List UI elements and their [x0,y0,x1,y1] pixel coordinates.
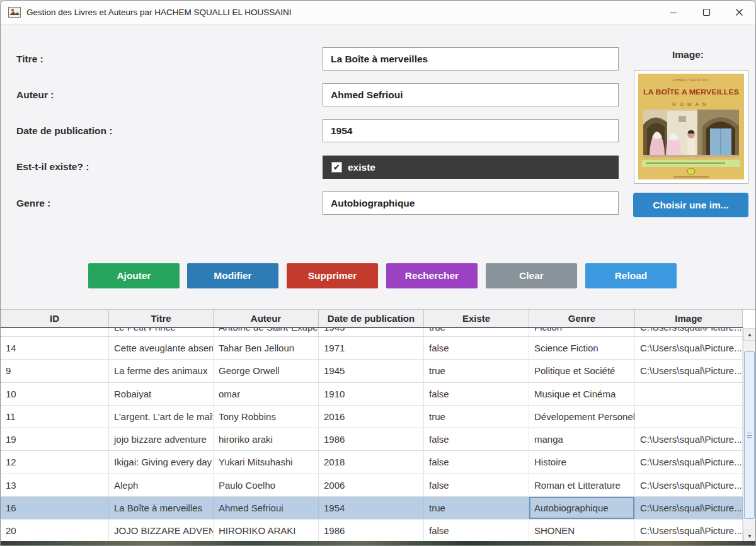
titre-input[interactable] [323,47,619,71]
cell-auteur[interactable]: hiroriko araki [214,428,319,450]
reload-button[interactable]: Reload [585,263,677,288]
column-header-titre[interactable]: Titre [109,310,214,327]
cell-image[interactable]: C:\Users\squal\Picture... [635,451,743,473]
cell-date[interactable]: 1971 [319,337,424,359]
cell-titre[interactable]: Ikigai: Giving every day ... [109,451,214,473]
column-header-id[interactable]: ID [1,310,109,327]
cell-existe[interactable]: false [424,428,529,450]
cell-genre[interactable]: Politique et Société [529,360,635,382]
cell-date[interactable]: 1986 [319,520,424,542]
cell-date[interactable]: 1954 [319,497,424,519]
cell-auteur[interactable]: Paulo Coelho [214,474,319,496]
table-row-selected[interactable]: 16 La Boîte à merveilles Ahmed Sefrioui … [1,497,743,520]
column-header-existe[interactable]: Existe [424,310,529,327]
cell-existe[interactable]: false [424,383,529,405]
cell-id[interactable]: 12 [1,451,109,473]
scroll-up-button[interactable]: ▲ [743,328,756,341]
table-row[interactable]: 14 Cette aveuglante absen... Tahar Ben J… [1,337,743,360]
cell-existe[interactable]: false [424,337,529,359]
cell-genre[interactable]: Musique et Cinéma [529,383,635,405]
cell-id[interactable]: 13 [1,474,109,496]
scroll-down-button[interactable]: ▼ [743,530,756,542]
cell-genre-focused[interactable]: Autobiographique [529,497,635,519]
cell-date[interactable]: 2018 [319,451,424,473]
cell-existe[interactable]: true [424,360,529,382]
cell-auteur[interactable]: HIRORIKO ARAKI [214,520,319,542]
date-input[interactable] [323,119,619,142]
clear-button[interactable]: Clear [486,263,577,288]
cell-image[interactable]: C:\Users\squal\Picture... [635,520,743,542]
cell-date[interactable]: 2006 [319,474,424,496]
table-row-clipped[interactable]: Le Petit Prince Antoine de Saint-Exupé..… [1,328,743,337]
cell-existe[interactable]: false [424,451,529,473]
cell-image[interactable]: C:\Users\squal\Picture... [635,428,743,450]
cell-genre[interactable]: Science Fiction [529,337,635,359]
cell-existe[interactable]: false [424,474,529,496]
table-row[interactable]: 9 La ferme des animaux George Orwell 194… [1,360,743,382]
cell-titre[interactable]: JOJO BIZZARE ADVEN... [109,520,214,542]
cell-genre[interactable]: SHONEN [529,520,635,542]
titre-label: Titre : [16,54,43,65]
table-row[interactable]: 12 Ikigai: Giving every day ... Yukari M… [1,451,743,474]
cell-genre[interactable]: Histoire [529,451,635,473]
supprimer-button[interactable]: Supprimer [287,263,378,288]
cell-titre[interactable]: Robaiyat [109,383,214,405]
cell-genre[interactable]: manga [529,428,635,450]
cell-existe[interactable]: true [424,406,529,428]
cell-id[interactable]: 16 [1,497,109,519]
genre-input[interactable] [323,191,619,215]
cell-existe[interactable]: true [424,497,529,519]
column-header-date[interactable]: Date de publication [319,310,424,327]
cell-auteur[interactable]: omar [214,383,319,405]
cell-image[interactable] [635,406,743,428]
column-header-auteur[interactable]: Auteur [214,310,319,327]
cell-titre[interactable]: jojo bizzare adventure [109,428,214,450]
close-button[interactable] [723,1,755,24]
table-row[interactable]: 19 jojo bizzare adventure hiroriko araki… [1,428,743,451]
rechercher-button[interactable]: Rechercher [386,263,478,288]
cell-auteur[interactable]: Tahar Ben Jelloun [214,337,319,359]
cell-id[interactable]: 19 [1,428,109,450]
maximize-button[interactable] [690,1,723,24]
table-row[interactable]: 11 L’argent. L’art de le maît. Tony Robb… [1,406,743,428]
table-row[interactable]: 13 Aleph Paulo Coelho 2006 false Roman e… [1,474,743,497]
cell-image[interactable]: C:\Users\squal\Picture... [635,474,743,496]
cell-id[interactable]: 11 [1,406,109,428]
cell-existe[interactable]: false [424,520,529,542]
cell-auteur[interactable]: Yukari Mitsuhashi [214,451,319,473]
cell-titre[interactable]: La Boîte à merveilles [109,497,214,519]
cell-titre[interactable]: Cette aveuglante absen... [109,337,214,359]
modifier-button[interactable]: Modifier [187,263,278,288]
column-header-genre[interactable]: Genre [529,310,635,327]
choose-image-button[interactable]: Choisir une im... [633,193,748,217]
cell-id[interactable]: 14 [1,337,109,359]
auteur-input[interactable] [323,83,619,106]
cell-image[interactable]: C:\Users\squal\Picture... [635,360,743,382]
table-vertical-scrollbar[interactable]: ▲ ▼ [743,328,756,542]
cell-image[interactable]: C:\Users\squal\Picture... [635,497,743,519]
cell-date[interactable]: 1986 [319,428,424,450]
cell-genre[interactable]: Roman et Litterature [529,474,635,496]
table-row[interactable]: 10 Robaiyat omar 1910 false Musique et C… [1,383,743,406]
cell-auteur[interactable]: George Orwell [214,360,319,382]
cell-date[interactable]: 1945 [319,360,424,382]
minimize-button[interactable] [657,1,690,24]
cell-id[interactable]: 9 [1,360,109,382]
cell-id[interactable]: 20 [1,520,109,542]
cell-genre[interactable]: Dévelopement Personel [529,406,635,428]
cell-auteur[interactable]: Tony Robbins [214,406,319,428]
cell-date[interactable]: 2016 [319,406,424,428]
column-header-image[interactable]: Image [635,310,743,327]
scrollbar-thumb[interactable] [744,351,755,519]
cell-image[interactable] [635,383,743,405]
table-row[interactable]: 20 JOJO BIZZARE ADVEN... HIRORIKO ARAKI … [1,520,743,542]
cell-date[interactable]: 1910 [319,383,424,405]
cell-titre[interactable]: La ferme des animaux [109,360,214,382]
ajouter-button[interactable]: Ajouter [88,263,180,288]
cell-titre[interactable]: L’argent. L’art de le maît. [109,406,214,428]
existe-checkbox[interactable]: ✔ [331,162,342,173]
cell-titre[interactable]: Aleph [109,474,214,496]
cell-id[interactable]: 10 [1,383,109,405]
cell-auteur[interactable]: Ahmed Sefrioui [214,497,319,519]
cell-image[interactable]: C:\Users\squal\Picture... [635,337,743,359]
